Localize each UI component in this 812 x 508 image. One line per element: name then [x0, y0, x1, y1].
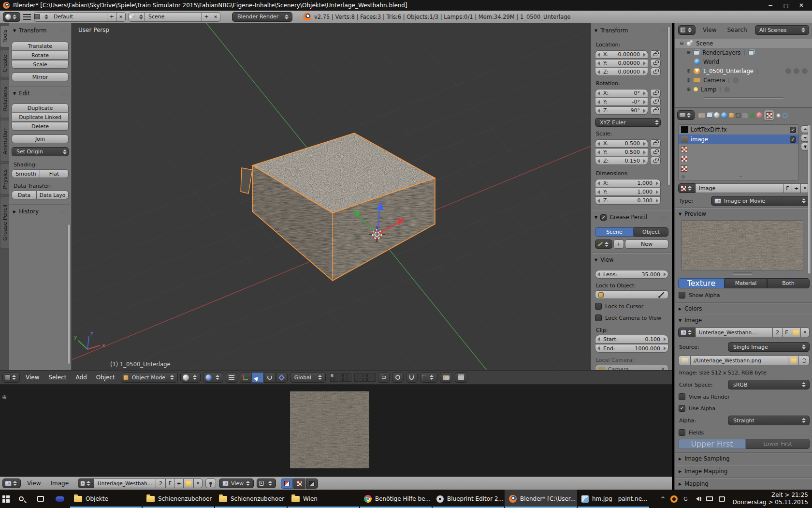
tab-texture-active[interactable]	[764, 110, 774, 120]
tab-scene-icon[interactable]	[714, 112, 720, 118]
panel-grip-icon[interactable]: ::::	[60, 28, 68, 33]
upper-first-button[interactable]: Upper First	[678, 439, 746, 449]
rotation-x-field[interactable]: X:0°	[595, 89, 648, 97]
texture-slot-row-empty[interactable]	[679, 154, 798, 164]
lamp-data-icon[interactable]	[724, 87, 730, 92]
outliner-resize-grip[interactable]	[704, 97, 783, 99]
collapse-arrow-icon[interactable]: ▼	[594, 215, 597, 220]
image-fake-user-button[interactable]: F	[783, 328, 791, 337]
properties-scrollbar[interactable]	[808, 124, 811, 274]
outliner-item-label[interactable]: Lamp	[701, 86, 716, 93]
scene-icon-dropdown[interactable]	[129, 12, 145, 22]
transform-orientation-dropdown[interactable]: Global	[290, 373, 326, 383]
info-editor-selector[interactable]	[3, 12, 20, 22]
collapse-arrow-icon[interactable]: ▼	[679, 318, 682, 323]
minimize-button[interactable]: −	[763, 2, 778, 9]
duplicate-linked-button[interactable]: Duplicate Linked	[12, 113, 69, 121]
outliner-item-label[interactable]: Scene	[696, 40, 713, 47]
uv-editor-type-selector[interactable]	[2, 478, 21, 488]
panel-header-image-sampling[interactable]: Image Sampling	[684, 455, 730, 462]
tool-shelf-scrollbar[interactable]	[67, 224, 71, 364]
colorspace-dropdown[interactable]: sRGB	[728, 380, 810, 389]
texture-enable-checkbox[interactable]: ✓	[790, 127, 796, 133]
location-y-lock[interactable]	[650, 59, 661, 67]
snap-element-dropdown[interactable]	[420, 373, 437, 383]
texture-browse-dropdown[interactable]	[678, 183, 696, 193]
outliner-menu-view[interactable]: View	[699, 27, 720, 33]
uv-image-fake-user-button[interactable]: F	[166, 478, 174, 488]
rotation-mode-dropdown[interactable]: XYZ Euler	[595, 118, 661, 127]
tray-volume-icon[interactable]	[692, 490, 703, 508]
menu-add[interactable]: Add	[72, 374, 90, 381]
panel-header-image[interactable]: Image	[684, 317, 702, 324]
taskbar-app-wien[interactable]: Wien	[287, 490, 360, 508]
panel-header-edit[interactable]: Edit	[19, 90, 29, 97]
opengl-render-anim-button[interactable]	[455, 373, 467, 383]
panel-grip-icon[interactable]: ::::	[60, 209, 68, 214]
filepath-field[interactable]: //Unterlage_Westbahn.png	[691, 356, 788, 365]
rotation-x-lock[interactable]	[650, 89, 661, 97]
image-name-field[interactable]: Unterlage_Westbahn....	[696, 328, 773, 337]
taskbar-app-schienenzubehoer-2[interactable]: Schienenzubehoer	[215, 490, 287, 508]
texture-type-dropdown[interactable]: Image or Movie	[711, 196, 810, 206]
pivot-center-dropdown[interactable]	[203, 373, 223, 383]
scene-add-button[interactable]: +	[202, 12, 211, 22]
add-slot-icon[interactable]: ⊕	[681, 174, 685, 179]
render-engine-dropdown[interactable]: Blender Render	[232, 12, 292, 22]
expand-expander-icon[interactable]: ⊕	[686, 68, 691, 74]
set-origin-dropdown[interactable]: Set Origin	[12, 147, 69, 156]
menu-select[interactable]: Select	[45, 374, 70, 381]
expand-expander-icon[interactable]: ⊕	[686, 49, 691, 56]
uv-image-name-field[interactable]: Unterlage_Westbah...	[94, 478, 156, 488]
selectable-arrow-icon[interactable]	[794, 68, 799, 74]
uv-image-canvas-texture[interactable]	[290, 391, 369, 468]
taskbar-clock[interactable]: Zeit > 21:25 Donnerstag > 05.11.2015	[729, 492, 808, 506]
mode-dropdown[interactable]: Object Mode	[121, 373, 178, 383]
taskbar-app-blender-active[interactable]: Blender* [C:\User...	[505, 490, 577, 508]
panel-header-history[interactable]: History	[19, 208, 39, 215]
maximize-button[interactable]: ▢	[778, 2, 794, 9]
outliner-display-filter[interactable]: All Scenes	[755, 25, 809, 35]
view-as-render-checkbox[interactable]	[679, 393, 685, 400]
taskbar-app-blueprint-editor[interactable]: Blueprint Editor 2...	[432, 490, 505, 508]
expand-expander-icon[interactable]: ⊕	[686, 77, 691, 83]
collapse-expander-icon[interactable]: ⊖	[680, 40, 684, 46]
rotation-y-lock[interactable]	[650, 98, 661, 106]
tab-render-icon[interactable]	[698, 113, 705, 118]
taskbar-app-paintnet[interactable]: hm.jpg - paint.ne...	[577, 490, 650, 508]
fake-user-button[interactable]: F	[783, 183, 792, 193]
layout-add-button[interactable]: +	[107, 12, 116, 22]
delete-button[interactable]: Delete	[12, 122, 69, 131]
pack-file-button[interactable]	[678, 356, 691, 365]
location-x-lock[interactable]	[650, 50, 661, 59]
outliner-row-object[interactable]: ⊕ 1_0500_Unterlage |	[675, 66, 812, 75]
mirror-button[interactable]: Mirror	[12, 73, 69, 81]
tab-modifiers-icon[interactable]	[742, 113, 748, 118]
data-layout-button[interactable]: Data Layo	[37, 191, 69, 199]
reload-image-button[interactable]	[799, 356, 810, 365]
uv-pivot-dropdown[interactable]	[257, 478, 276, 488]
dimensions-x-field[interactable]: X:1.000	[595, 179, 661, 187]
manipulator-scale-toggle[interactable]	[276, 373, 288, 383]
close-button[interactable]: ✕	[794, 2, 809, 9]
image-users-button[interactable]: 2	[773, 328, 783, 337]
search-button[interactable]	[12, 490, 31, 508]
clip-end-field[interactable]: End:1000.000	[595, 344, 668, 353]
snap-toggle[interactable]	[406, 373, 418, 383]
file-browse-button[interactable]	[788, 356, 799, 365]
lock-camera-to-view-checkbox[interactable]	[595, 314, 602, 321]
outliner-editor-selector[interactable]	[678, 25, 696, 35]
tab-create[interactable]: Create	[0, 49, 9, 77]
alpha-mode-dropdown[interactable]: Straight	[728, 416, 810, 425]
uv-image-users-button[interactable]: 2	[156, 478, 166, 488]
outliner-row-lamp[interactable]: ⊕ Lamp |	[675, 85, 812, 94]
uv-menu-image[interactable]: Image	[47, 480, 72, 487]
lock-to-object-field[interactable]	[595, 290, 668, 299]
tray-action-center-icon[interactable]	[716, 490, 728, 508]
texture-slot-row-selected[interactable]: image ✓	[679, 134, 798, 144]
tab-relations[interactable]: Relations	[0, 79, 9, 118]
outliner-item-label[interactable]: Camera	[703, 77, 725, 84]
preview-material-button[interactable]: Material	[725, 278, 767, 288]
uv-alpha-toggle[interactable]	[293, 478, 305, 489]
menu-view[interactable]: View	[22, 374, 43, 381]
